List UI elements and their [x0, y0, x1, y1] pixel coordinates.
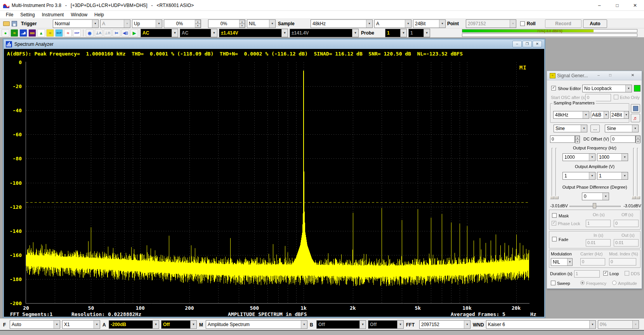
sampling-channel-combo[interactable]: A▾ — [374, 19, 411, 28]
range-a-display-combo[interactable]: -200dB▾ — [109, 320, 159, 329]
phase-combo[interactable]: 0▾ — [582, 193, 609, 200]
show-editor-checkbox[interactable] — [551, 86, 556, 90]
siggen-minimize-button[interactable]: – — [594, 73, 603, 79]
siggen-title-bar[interactable]: ≈ Signal Gener... – □ ✕ — [547, 71, 642, 80]
x-tick-label: 1k — [300, 305, 307, 311]
range-a-combo[interactable]: ±1.414V▾ — [219, 29, 288, 37]
menu-help[interactable]: Help — [91, 12, 108, 17]
siggen-notes-icon[interactable]: ♬ — [631, 114, 640, 122]
freq-axis-combo[interactable]: Auto▾ — [10, 320, 60, 329]
toolbar-separator — [83, 30, 83, 36]
x-tick-label: 100 — [135, 305, 144, 311]
probe-a-combo[interactable]: 1▾ — [385, 29, 407, 37]
spectrum-title-bar[interactable]: Spectrum Analyzer – ❐ ✕ — [4, 40, 544, 49]
window-function-combo[interactable]: Kaiser 6▾ — [486, 320, 596, 329]
mask-checkbox[interactable] — [552, 213, 557, 218]
spectrum-canvas[interactable] — [26, 62, 529, 304]
open-icon[interactable] — [3, 21, 10, 26]
auto-button[interactable]: Auto — [583, 19, 607, 28]
probe-label: Probe — [361, 30, 374, 36]
menu-instrument[interactable]: Instrument — [38, 12, 68, 17]
trigger-edge-combo[interactable]: Up▾ — [132, 19, 162, 28]
minimize-button[interactable]: – — [590, 0, 608, 11]
trigger-delay-spinner[interactable]: 0%▴▾ — [208, 19, 245, 28]
spectrum-3d-icon[interactable]: ▲ — [37, 29, 45, 37]
siggen-maximize-button[interactable]: □ — [606, 73, 614, 79]
sampling-rate-combo[interactable]: 48kHz▾ — [311, 19, 373, 28]
modulation-combo[interactable]: NIL▾ — [551, 258, 573, 266]
multimeter-icon[interactable]: 888 — [28, 29, 36, 37]
reference-b-icon[interactable]: ⊥B — [104, 29, 111, 37]
frequency-a-combo[interactable]: 1000▾ — [562, 153, 595, 161]
trigger-level-spinner[interactable]: 0%▴▾ — [164, 19, 201, 28]
spinner-arrows[interactable]: ▴▾ — [239, 20, 245, 28]
waveform-a-combo[interactable]: Sine▾ — [554, 125, 587, 132]
loop-checkbox[interactable] — [603, 271, 608, 276]
maximize-button[interactable]: □ — [608, 0, 626, 11]
menu-setting[interactable]: Setting — [17, 12, 38, 17]
menu-window[interactable]: Window — [67, 12, 91, 17]
signal-generator-icon[interactable]: ≈ — [46, 29, 54, 37]
loopback-combo[interactable]: No Loopback▾ — [582, 85, 632, 92]
balance-slider-handle[interactable] — [593, 203, 596, 208]
siggen-rate-combo[interactable]: 48kHz▾ — [553, 111, 589, 119]
reference-a-icon[interactable]: ⊥A — [95, 29, 102, 37]
level-slider-b-right[interactable] — [637, 148, 638, 199]
sound-device-icon[interactable]: ◉ — [86, 29, 94, 37]
dc-offset-b-input[interactable]: 0 — [611, 135, 635, 143]
menu-file[interactable]: File — [2, 12, 17, 17]
siggen-bits-combo[interactable]: 24Bit▾ — [610, 111, 629, 119]
data-logger-icon[interactable]: ≈ — [64, 29, 72, 37]
ddp-viewer-icon[interactable]: DDP — [73, 29, 81, 37]
amplitude-a-combo[interactable]: 1▾ — [562, 172, 595, 180]
dc-b-spinner[interactable]: ▴▾ — [635, 135, 641, 143]
zoom-combo[interactable]: X1▾ — [62, 320, 100, 329]
frequency-b-combo[interactable]: 1000▾ — [597, 153, 628, 161]
amplitude-b-combo[interactable]: 1▾ — [597, 172, 628, 180]
siggen-channels-combo[interactable]: A&B▾ — [591, 111, 609, 119]
dc-a-spinner[interactable]: ▴▾ — [575, 135, 580, 143]
chevron-down-icon: ▾ — [190, 321, 196, 328]
spectrum-minimize-button[interactable]: – — [512, 41, 522, 47]
volume-icon[interactable]: ◀)) — [122, 29, 129, 37]
spectrum-close-button[interactable]: ✕ — [533, 41, 542, 47]
save-icon[interactable] — [12, 21, 17, 26]
waveform-editor-button[interactable]: ... — [590, 125, 600, 132]
spinner-arrows[interactable]: ▴▾ — [195, 20, 201, 28]
slider-handle[interactable] — [554, 196, 559, 199]
fade-checkbox[interactable] — [552, 237, 557, 241]
sweep-checkbox[interactable] — [551, 281, 555, 285]
roll-checkbox[interactable] — [520, 21, 525, 26]
trigger-reject-combo[interactable]: NIL▾ — [247, 19, 276, 28]
level-slider-a-left[interactable] — [552, 148, 553, 199]
dc-offset-a-input[interactable]: 0 — [550, 135, 575, 143]
run-icon[interactable]: ● — [2, 29, 9, 37]
coupling-a-combo[interactable]: AC▾ — [141, 29, 178, 37]
close-button[interactable]: ✕ — [626, 0, 644, 11]
spectrum-restore-button[interactable]: ❐ — [522, 41, 532, 47]
fade-out-label: Out (s) — [621, 233, 635, 238]
oscilloscope-icon[interactable]: ≈ — [10, 29, 18, 37]
slider-handle[interactable] — [550, 196, 554, 199]
persistence-a-combo[interactable]: Off▾ — [161, 320, 197, 329]
fft-size-combo[interactable]: 2097152▾ — [419, 320, 470, 329]
level-slider-b-left[interactable] — [633, 148, 634, 199]
chevron-down-icon: ▾ — [359, 321, 366, 328]
level-slider-a-right[interactable] — [555, 148, 557, 199]
slider-handle[interactable] — [632, 196, 636, 199]
device-test-plan-icon[interactable]: DUT — [55, 29, 63, 37]
siggen-run-button[interactable] — [634, 85, 641, 92]
sampling-bits-combo[interactable]: 24Bit▾ — [413, 19, 446, 28]
slider-handle[interactable] — [636, 196, 640, 199]
siggen-save-icon[interactable] — [631, 104, 640, 113]
trigger-mode-combo[interactable]: Normal▾ — [53, 19, 99, 28]
spectrum-mode-combo[interactable]: Amplitude Spectrum▾ — [206, 320, 307, 329]
siggen-close-button[interactable]: ✕ — [628, 73, 637, 79]
spectrum-analyzer-icon[interactable]: ▁▄█ — [19, 29, 27, 37]
calibration-icon[interactable]: ✂ — [113, 29, 120, 37]
duration-label: Duration (s) — [550, 271, 572, 276]
title-bar[interactable]: Multi-Instrument Pro 3.8 - [+3DP+DLG+LCR… — [0, 0, 644, 11]
range-b-display-combo: Off▾ — [316, 320, 366, 329]
play-icon[interactable]: ▶ — [130, 29, 138, 37]
waveform-b-combo[interactable]: Sine▾ — [605, 125, 639, 132]
